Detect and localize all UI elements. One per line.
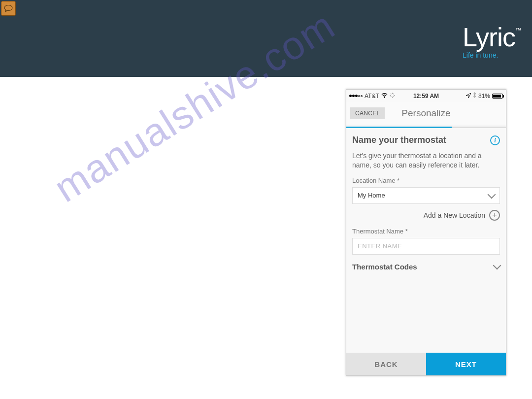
svg-line-8 (393, 94, 394, 94)
add-location-label: Add a New Location (424, 211, 485, 219)
next-button[interactable]: NEXT (426, 353, 506, 375)
thermostat-name-input[interactable] (352, 238, 500, 255)
thermostat-name-label: Thermostat Name * (352, 228, 500, 235)
logo-text: Lyric (463, 22, 515, 52)
status-bar: AT&T 12:59 AM 81% (346, 90, 506, 102)
chevron-down-icon (488, 190, 496, 199)
back-button[interactable]: BACK (346, 353, 426, 375)
chevron-down-icon (493, 262, 501, 270)
battery-pct: 81% (478, 93, 490, 100)
content-area: Name your thermostat i Let's give your t… (346, 128, 506, 353)
battery-icon (492, 94, 503, 99)
location-arrow-icon (466, 93, 471, 100)
location-name-label: Location Name * (352, 177, 500, 184)
signal-dots-icon (349, 95, 363, 97)
top-banner: Lyric™ Life in tune. (0, 0, 532, 77)
plus-icon: + (489, 210, 500, 221)
wifi-icon (381, 93, 388, 100)
location-value: My Home (358, 192, 385, 199)
logo-tm: ™ (515, 27, 521, 33)
section-description: Let's give your thermostat a location an… (352, 151, 500, 170)
lyric-logo: Lyric™ Life in tune. (463, 24, 521, 59)
info-icon[interactable]: i (490, 135, 500, 145)
chat-icon[interactable] (1, 1, 16, 16)
bottom-bar: BACK NEXT (346, 353, 506, 375)
thermostat-codes-label: Thermostat Codes (352, 263, 417, 271)
cancel-button[interactable]: CANCEL (350, 107, 385, 119)
add-location-button[interactable]: Add a New Location + (352, 210, 500, 221)
status-time: 12:59 AM (400, 93, 452, 100)
thermostat-codes-row[interactable]: Thermostat Codes (352, 263, 500, 271)
carrier-label: AT&T (365, 93, 379, 100)
svg-line-7 (393, 96, 394, 97)
section-title: Name your thermostat (352, 135, 446, 145)
svg-line-9 (391, 96, 391, 97)
svg-line-6 (391, 94, 391, 94)
progress-bar (346, 127, 506, 128)
location-select[interactable]: My Home (352, 187, 500, 204)
svg-point-0 (4, 5, 12, 11)
bluetooth-icon (473, 92, 476, 100)
phone-mockup: AT&T 12:59 AM 81% CANCEL Personalize (346, 89, 506, 376)
svg-point-1 (384, 97, 385, 98)
nav-bar: CANCEL Personalize (346, 102, 506, 125)
logo-tagline: Life in tune. (463, 51, 521, 59)
loading-icon (390, 93, 395, 100)
